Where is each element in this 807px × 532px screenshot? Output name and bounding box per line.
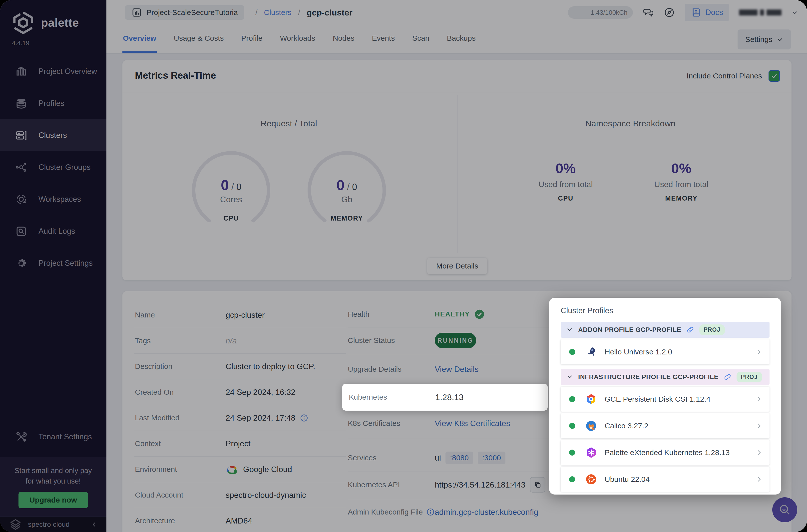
chevron-right-icon (755, 348, 763, 356)
chevron-right-icon (755, 449, 763, 456)
profile-row-palette-extended-kubernetes[interactable]: Palette eXtended Kubernetes 1.28.13 (561, 440, 770, 465)
chevron-right-icon (755, 476, 763, 483)
chevron-right-icon (755, 422, 763, 429)
status-dot (569, 396, 575, 402)
proj-badge: PROJ (699, 324, 725, 335)
status-dot (569, 476, 575, 482)
cluster-profiles-popup: Cluster Profiles ADDON PROFILE GCP-PROFI… (549, 298, 781, 495)
status-dot (569, 423, 575, 429)
popup-title: Cluster Profiles (561, 306, 770, 315)
hello-universe-icon (585, 346, 597, 358)
kubernetes-spotlight-row[interactable]: Kubernetes 1.28.13 (342, 384, 548, 411)
status-dot (569, 349, 575, 355)
profile-row-hello-universe[interactable]: Hello Universe 1.2.0 (561, 339, 770, 364)
status-dot (569, 450, 575, 456)
app-window: palette 4.4.19 Project Overview Profiles… (0, 0, 807, 532)
chevron-down-icon (566, 374, 573, 380)
link-icon (686, 326, 694, 334)
chevron-right-icon (755, 396, 763, 403)
infrastructure-profile-header[interactable]: INFRASTRUCTURE PROFILE GCP-PROFILE PROJ (561, 369, 770, 385)
chevron-down-icon (566, 326, 573, 333)
link-icon (724, 373, 732, 381)
calico-icon (585, 420, 597, 432)
palette-extended-kubernetes-icon (585, 446, 597, 459)
profile-row-calico[interactable]: Calico 3.27.2 (561, 413, 770, 438)
screen: palette 4.4.19 Project Overview Profiles… (0, 0, 807, 532)
gce-persistent-disk-icon (585, 393, 597, 405)
profile-row-gce-disk[interactable]: GCE Persistent Disk CSI 1.12.4 (561, 387, 770, 412)
kubernetes-version: 1.28.13 (435, 392, 464, 402)
proj-badge: PROJ (736, 372, 762, 382)
ubuntu-icon (585, 473, 597, 485)
addon-profile-header[interactable]: ADDON PROFILE GCP-PROFILE PROJ (561, 322, 770, 338)
profile-row-ubuntu[interactable]: Ubuntu 22.04 (561, 467, 770, 492)
